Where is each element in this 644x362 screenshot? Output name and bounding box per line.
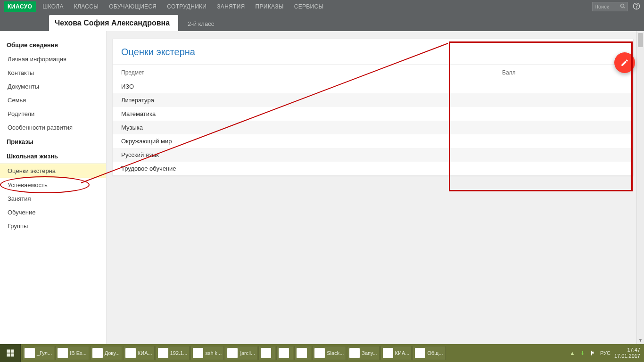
- windows-icon: [6, 349, 15, 357]
- taskbar-app-icon: [314, 348, 325, 358]
- sidebar-item-family[interactable]: Семья: [0, 93, 106, 107]
- taskbar-app-icon: [125, 348, 136, 358]
- taskbar-app-icon: [25, 348, 35, 358]
- search-icon: [620, 3, 626, 10]
- vertical-scrollbar[interactable]: ▲ ▼: [636, 31, 644, 344]
- table-row: Литература: [113, 93, 633, 107]
- taskbar-item[interactable]: Slack...: [312, 346, 346, 360]
- search-placeholder: Поиск: [594, 4, 609, 9]
- subject-cell: Русский язык: [121, 151, 159, 158]
- search-input[interactable]: Поиск: [592, 2, 628, 11]
- col-score: Балл: [502, 69, 625, 76]
- system-tray: ▲ ⬇ РУС 17:47 17.01.2017: [569, 344, 644, 362]
- svg-rect-6: [10, 350, 14, 353]
- tab-class[interactable]: 2-й класс: [182, 16, 220, 31]
- help-icon[interactable]: [633, 2, 640, 11]
- taskbar-item[interactable]: ssh k...: [190, 346, 224, 360]
- edit-button[interactable]: [614, 52, 635, 73]
- taskbar-item[interactable]: _Гул...: [22, 346, 54, 360]
- taskbar-app-icon: [227, 348, 238, 358]
- subject-cell: Музыка: [121, 124, 143, 131]
- nav-classes[interactable]: КЛАССЫ: [74, 3, 99, 10]
- subject-cell: Трудовое обучение: [121, 165, 176, 172]
- card-title: Оценки экстерна: [113, 39, 633, 65]
- taskbar-item[interactable]: [276, 346, 293, 360]
- nav-orders[interactable]: ПРИКАЗЫ: [256, 3, 284, 10]
- taskbar-item[interactable]: [294, 346, 311, 360]
- app-logo[interactable]: КИАСУО: [4, 1, 36, 12]
- tray-clock[interactable]: 17:47 17.01.2017: [614, 347, 640, 359]
- taskbar-app-icon: [92, 348, 103, 358]
- sidebar-item-contacts[interactable]: Контакты: [0, 66, 106, 80]
- taskbar-app-icon: [261, 348, 271, 358]
- taskbar-item[interactable]: (arcli...: [225, 346, 257, 360]
- pencil-icon: [620, 58, 629, 67]
- taskbar-item[interactable]: Запу...: [347, 346, 379, 360]
- svg-line-1: [624, 7, 625, 8]
- nav-services[interactable]: СЕРВИСЫ: [294, 3, 324, 10]
- top-navbar: КИАСУО ШКОЛА КЛАССЫ ОБУЧАЮЩИЕСЯ СОТРУДНИ…: [0, 0, 644, 13]
- taskbar-item-label: _Гул...: [37, 350, 52, 356]
- sidebar-item-groups[interactable]: Группы: [0, 219, 106, 233]
- svg-point-3: [636, 8, 636, 8]
- table-row: Математика: [113, 107, 633, 121]
- subject-cell: Литература: [121, 97, 154, 104]
- taskbar-item[interactable]: IB Ex...: [55, 346, 89, 360]
- clock-date: 17.01.2017: [614, 353, 640, 359]
- main-content: Оценки экстерна Предмет Балл ИЗО Литерат…: [107, 31, 644, 344]
- taskbar-item-label: 192.1...: [170, 350, 188, 356]
- sidebar: Общие сведения Личная информация Контакт…: [0, 31, 107, 344]
- taskbar-item-label: IB Ex...: [70, 350, 86, 356]
- taskbar-item-label: Общ...: [427, 350, 443, 356]
- sidebar-item-personal[interactable]: Личная информация: [0, 52, 106, 66]
- sub-navbar: Чехова София Александровна 2-й класс: [0, 13, 644, 31]
- taskbar-app-icon: [415, 348, 425, 358]
- taskbar-item-label: Доку...: [105, 350, 120, 356]
- windows-taskbar: _Гул...IB Ex...Доку...КИА...192.1...ssh …: [0, 344, 644, 362]
- taskbar-app-icon: [158, 348, 168, 358]
- sidebar-group-orders: Приказы: [0, 134, 106, 149]
- taskbar-app-icon: [383, 348, 393, 358]
- nav-staff[interactable]: СОТРУДНИКИ: [167, 3, 206, 10]
- taskbar-item[interactable]: [258, 346, 275, 360]
- start-button[interactable]: [0, 344, 21, 362]
- taskbar-app-icon: [297, 348, 307, 358]
- taskbar-app-icon: [58, 348, 68, 358]
- taskbar-item[interactable]: КИА...: [380, 346, 412, 360]
- scroll-down-icon[interactable]: ▼: [637, 337, 644, 344]
- sidebar-item-lessons[interactable]: Занятия: [0, 192, 106, 206]
- taskbar-item[interactable]: 192.1...: [156, 346, 190, 360]
- sidebar-item-documents[interactable]: Документы: [0, 80, 106, 93]
- tray-language[interactable]: РУС: [600, 350, 611, 356]
- taskbar-app-icon: [279, 348, 289, 358]
- sidebar-item-parents[interactable]: Родители: [0, 107, 106, 121]
- nav-school[interactable]: ШКОЛА: [42, 3, 63, 10]
- sidebar-item-extern-grades[interactable]: Оценки экстерна: [0, 164, 106, 178]
- taskbar-item[interactable]: Доку...: [90, 346, 122, 360]
- taskbar-item-label: Запу...: [362, 350, 377, 356]
- nav-students[interactable]: ОБУЧАЮЩИЕСЯ: [109, 3, 157, 10]
- table-row: Трудовое обучение: [113, 162, 633, 175]
- sidebar-item-specialties[interactable]: Особенности развития: [0, 121, 106, 134]
- taskbar-item-label: ssh k...: [205, 350, 222, 356]
- sidebar-item-education[interactable]: Обучение: [0, 206, 106, 219]
- table-row: Окружающий мир: [113, 134, 633, 148]
- nav-lessons[interactable]: ЗАНЯТИЯ: [217, 3, 245, 10]
- subject-cell: Окружающий мир: [121, 138, 172, 145]
- tab-student-name[interactable]: Чехова София Александровна: [49, 15, 178, 31]
- taskbar-item[interactable]: Общ...: [413, 346, 445, 360]
- sidebar-item-progress[interactable]: Успеваемость: [0, 178, 106, 192]
- taskbar-item[interactable]: КИА...: [123, 346, 155, 360]
- sidebar-group-school-life: Школьная жизнь: [0, 149, 106, 164]
- tray-flag-icon[interactable]: [590, 350, 596, 356]
- table-row: ИЗО: [113, 80, 633, 93]
- tray-up-icon[interactable]: ▲: [569, 350, 576, 356]
- grades-card: Оценки экстерна Предмет Балл ИЗО Литерат…: [112, 39, 634, 176]
- svg-rect-7: [7, 354, 10, 357]
- svg-rect-8: [10, 354, 14, 357]
- tray-download-icon[interactable]: ⬇: [579, 350, 586, 356]
- clock-time: 17:47: [614, 347, 640, 353]
- taskbar-item-label: КИА...: [138, 350, 152, 356]
- scroll-thumb[interactable]: [638, 33, 643, 47]
- taskbar-app-icon: [349, 348, 360, 358]
